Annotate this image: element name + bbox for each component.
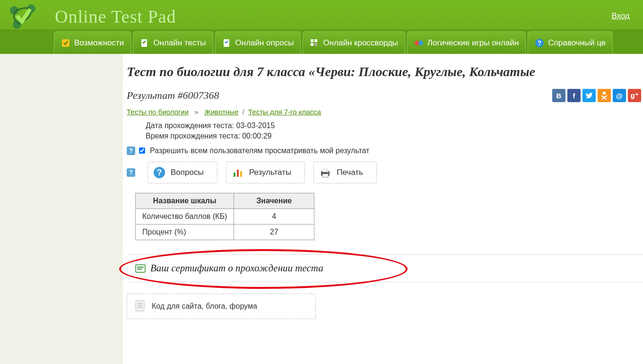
nav-polls[interactable]: Онлайн опросы <box>215 31 301 54</box>
svg-rect-9 <box>314 43 317 46</box>
print-icon <box>319 166 332 179</box>
svg-rect-25 <box>137 267 144 268</box>
breadcrumb: Тесты по биологии » Животные / Тесты для… <box>127 108 643 116</box>
breadcrumb-link[interactable]: Тесты для 7-го класса <box>248 108 321 116</box>
svg-rect-23 <box>322 174 328 177</box>
result-row: Результат #6007368 В f @ g⁺ <box>127 89 643 102</box>
svg-rect-7 <box>314 39 317 42</box>
certificate-icon <box>135 264 146 272</box>
share-fb-icon[interactable]: f <box>567 89 581 102</box>
nav-label: Справочный це <box>548 38 606 48</box>
svg-rect-17 <box>234 173 235 177</box>
svg-rect-21 <box>322 168 328 172</box>
content-wrap: Тест по биологии для 7 класса «Черви: Пл… <box>0 54 643 364</box>
logo-row: Online Test Pad Вход <box>0 0 643 29</box>
certificate-label: Ваш сертификат о прохождении теста <box>150 262 323 274</box>
nav-games[interactable]: Логические игры онлайн <box>407 31 526 54</box>
table-row: Процент (%) 27 <box>136 224 314 240</box>
site-logo-icon[interactable] <box>7 3 41 30</box>
games-icon <box>414 38 424 48</box>
nav-label: Логические игры онлайн <box>427 38 519 48</box>
nav-label: Онлайн тесты <box>153 38 206 48</box>
svg-rect-26 <box>137 269 142 269</box>
permission-row: ? Разрешить всем пользователям просматри… <box>127 147 643 155</box>
embed-label: Код для сайта, блога, форума <box>152 302 257 311</box>
svg-rect-8 <box>311 43 313 46</box>
embed-code-button[interactable]: Код для сайта, блога, форума <box>127 294 316 319</box>
share-vk-icon[interactable]: В <box>552 89 565 102</box>
meta-date: Дата прохождения теста: 03-03-2015 <box>146 121 643 131</box>
svg-point-14 <box>603 92 606 95</box>
nav-features[interactable]: Возможности <box>54 31 131 54</box>
nav-help[interactable]: ? Справочный це <box>528 31 613 54</box>
question-icon: ? <box>153 166 166 179</box>
share-mail-icon[interactable]: @ <box>613 89 626 102</box>
share-ok-icon[interactable] <box>598 89 611 102</box>
share-gplus-icon[interactable]: g⁺ <box>628 89 641 102</box>
svg-rect-19 <box>240 171 242 177</box>
print-button[interactable]: Печать <box>313 162 377 183</box>
th-scale: Название шкалы <box>136 193 234 208</box>
help-icon[interactable]: ? <box>127 147 135 155</box>
th-value: Значение <box>234 193 314 208</box>
left-sidebar <box>0 54 123 364</box>
nav-tests[interactable]: Онлайн тесты <box>133 31 213 54</box>
breadcrumb-link[interactable]: Животные <box>204 108 238 116</box>
table-row: Количество баллов (КБ) 4 <box>136 208 314 224</box>
share-result-checkbox[interactable] <box>139 147 145 154</box>
polls-icon <box>222 38 232 48</box>
meta-info: Дата прохождения теста: 03-03-2015 Время… <box>146 121 643 142</box>
cell-value: 27 <box>234 224 314 240</box>
svg-rect-6 <box>311 39 313 42</box>
site-title: Online Test Pad <box>55 6 176 27</box>
help-icon: ? <box>535 38 544 48</box>
action-boxes: ? ? Вопросы Результаты Печать <box>127 162 643 183</box>
svg-rect-27 <box>136 301 144 311</box>
crossword-icon <box>310 38 319 48</box>
svg-text:?: ? <box>157 168 162 177</box>
certificate-link[interactable]: Ваш сертификат о прохождении теста <box>135 262 643 274</box>
questions-button[interactable]: ? Вопросы <box>148 162 217 183</box>
svg-point-22 <box>328 172 329 173</box>
nav-label: Возможности <box>74 38 124 48</box>
login-link[interactable]: Вход <box>612 11 630 21</box>
share-icons: В f @ g⁺ <box>552 89 641 102</box>
breadcrumb-link[interactable]: Тесты по биологии <box>127 108 189 116</box>
breadcrumb-sep: » <box>192 108 200 116</box>
cell-value: 4 <box>234 208 314 224</box>
share-tw-icon[interactable] <box>582 89 596 102</box>
help-icon[interactable]: ? <box>127 168 135 177</box>
features-icon <box>61 38 70 48</box>
permission-label: Разрешить всем пользователям просматрива… <box>150 147 369 155</box>
nav-crosswords[interactable]: Онлайн кроссворды <box>303 31 405 54</box>
result-table: Название шкалы Значение Количество балло… <box>135 193 314 240</box>
action-label: Результаты <box>249 168 292 177</box>
cell-scale: Количество баллов (КБ) <box>136 208 234 224</box>
header: Online Test Pad Вход Возможности Онлайн … <box>0 0 643 54</box>
results-button[interactable]: Результаты <box>226 162 305 183</box>
main-nav: Возможности Онлайн тесты Онлайн опросы О… <box>0 29 643 54</box>
nav-label: Онлайн кроссворды <box>323 38 398 48</box>
main-content: Тест по биологии для 7 класса «Черви: Пл… <box>123 54 643 364</box>
svg-text:?: ? <box>538 39 542 47</box>
svg-point-11 <box>418 41 423 45</box>
result-id: Результат #6007368 <box>127 89 219 102</box>
cell-scale: Процент (%) <box>136 224 234 240</box>
svg-rect-18 <box>237 170 239 177</box>
chart-icon <box>231 166 244 179</box>
meta-duration: Время прохождения теста: 00:00:29 <box>146 131 643 141</box>
document-icon <box>135 300 146 313</box>
action-label: Вопросы <box>171 168 204 177</box>
nav-label: Онлайн опросы <box>235 38 294 48</box>
tests-icon <box>140 38 149 48</box>
breadcrumb-sep: / <box>243 108 244 116</box>
action-label: Печать <box>337 168 363 177</box>
certificate-section: Ваш сертификат о прохождении теста <box>127 254 643 282</box>
page-title: Тест по биологии для 7 класса «Черви: Пл… <box>127 64 643 79</box>
